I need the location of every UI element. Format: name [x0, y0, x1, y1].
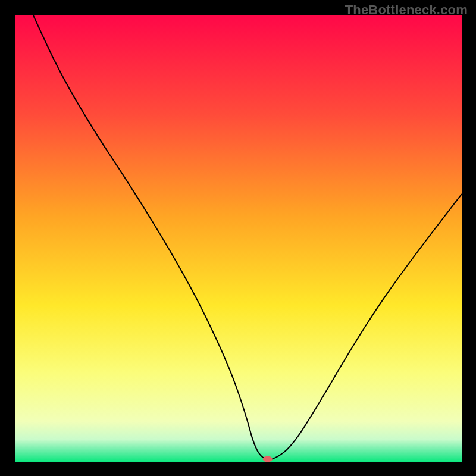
- chart-svg: [15, 15, 462, 462]
- watermark-text: TheBottleneck.com: [345, 2, 468, 18]
- chart-frame: TheBottleneck.com: [0, 0, 476, 476]
- plot-area: [15, 15, 462, 462]
